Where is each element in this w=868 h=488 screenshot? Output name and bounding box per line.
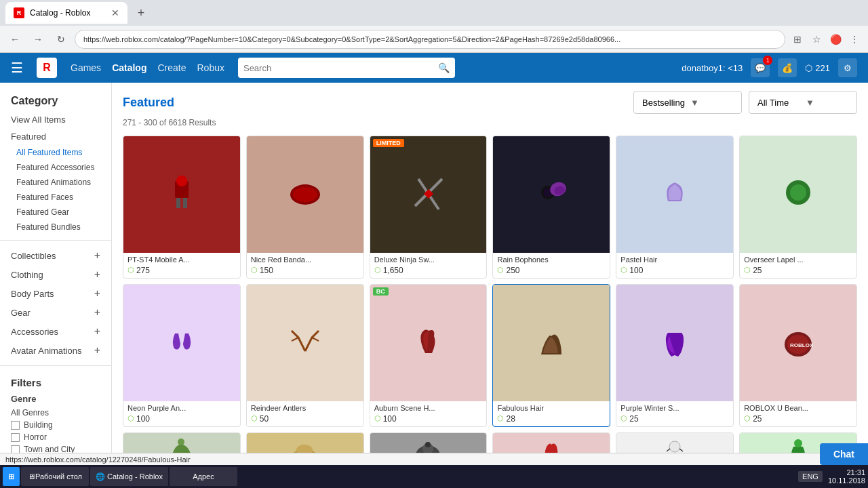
svg-line-25 <box>667 449 670 451</box>
status-url: https://web.roblox.com/catalog/12270248/… <box>5 455 191 464</box>
item-card-pt-st4[interactable]: PT-ST4 Mobile A... ⬡ 275 <box>123 136 241 279</box>
item-card-ninja[interactable]: LIMITED Deluxe Ninja Sw... ⬡ 1,650 <box>370 136 488 279</box>
search-icon[interactable]: 🔍 <box>438 62 450 73</box>
gear-link[interactable]: Gear + <box>0 303 111 322</box>
avatar-animations-link[interactable]: Avatar Animations + <box>0 341 111 360</box>
item-card-rain[interactable]: Rain Bophones ⬡ 250 <box>492 136 610 279</box>
bc-badge: BC <box>373 287 389 296</box>
forward-button[interactable]: → <box>28 30 47 49</box>
collectibles-link[interactable]: Collectibles + <box>0 246 111 265</box>
building-checkbox[interactable] <box>11 421 20 430</box>
robux-symbol-10: ⬡ <box>497 414 504 423</box>
featured-accessories-link[interactable]: Featured Accessories <box>0 160 111 175</box>
extensions-icon[interactable]: ⊞ <box>789 31 806 47</box>
sidebar-divider-1 <box>0 240 111 241</box>
nav-links: Games Catalog Create Robux <box>71 62 224 73</box>
back-button[interactable]: ← <box>5 30 24 49</box>
all-featured-items-link[interactable]: All Featured Items <box>0 145 111 160</box>
time-dropdown[interactable]: All Time ▼ <box>749 91 857 114</box>
price-value-4: 250 <box>506 266 519 275</box>
sort-arrow-icon: ▼ <box>690 98 733 108</box>
browser-tab[interactable]: R Catalog - Roblox ✕ <box>5 2 127 24</box>
price-value-9: 100 <box>383 414 397 424</box>
featured-bundles-link[interactable]: Featured Bundles <box>0 220 111 235</box>
svg-point-14 <box>790 184 806 201</box>
collectibles-plus-icon: + <box>94 249 100 262</box>
settings-icon[interactable]: ⚙ <box>838 58 857 77</box>
accessories-link[interactable]: Accessories + <box>0 322 111 341</box>
address-bar[interactable]: https://web.roblox.com/catalog/?PageNumb… <box>75 30 785 49</box>
item-info-bando: Nice Red Banda... ⬡ 150 <box>247 253 363 278</box>
view-all-link[interactable]: View All Items <box>0 111 111 128</box>
notification-badge: 1 <box>763 56 772 65</box>
tab-favicon: R <box>14 7 24 18</box>
item-card-bando[interactable]: Nice Red Banda... ⬡ 150 <box>246 136 364 279</box>
item-name-roblox-beanie: ROBLOX U Bean... <box>744 404 852 412</box>
item-card-pastel[interactable]: Pastel Hair ⬡ 100 <box>616 136 734 279</box>
item-card-purple-winter[interactable]: Purple Winter S... ⬡ 25 <box>616 284 734 427</box>
featured-link[interactable]: Featured <box>0 128 111 145</box>
svg-rect-1 <box>176 198 180 208</box>
catalog-header: Featured Bestselling ▼ All Time ▼ <box>123 91 857 114</box>
price-value-10: 28 <box>506 414 515 424</box>
clothing-link[interactable]: Clothing + <box>0 265 111 284</box>
sort-dropdown[interactable]: Bestselling ▼ <box>633 91 742 114</box>
refresh-button[interactable]: ↻ <box>52 30 71 49</box>
body-parts-link[interactable]: Body Parts + <box>0 284 111 303</box>
item-card-overseer[interactable]: Overseer Lapel ... ⬡ 25 <box>739 136 857 279</box>
featured-animations-link[interactable]: Featured Animations <box>0 175 111 190</box>
robux-icon-btn[interactable]: 💰 <box>778 58 797 77</box>
nav-games[interactable]: Games <box>71 62 101 73</box>
menu-icon[interactable]: ⋮ <box>846 31 863 47</box>
nav-catalog[interactable]: Catalog <box>112 62 146 73</box>
item-info-purple-winter: Purple Winter S... ⬡ 25 <box>616 401 733 426</box>
item-img-roblox-beanie: ROBLOX <box>740 285 856 401</box>
fabulous-image <box>531 324 572 361</box>
roblox-logo[interactable]: R <box>37 58 57 78</box>
star-icon[interactable]: ☆ <box>808 31 825 47</box>
item-card-reindeer[interactable]: Reindeer Antlers ⬡ 50 <box>246 284 364 427</box>
nav-robux[interactable]: Robux <box>197 62 224 73</box>
item-info-pastel: Pastel Hair ⬡ 100 <box>616 253 733 278</box>
all-genres-label: All Genres <box>11 408 49 418</box>
robux-symbol-11: ⬡ <box>620 414 627 423</box>
svg-point-3 <box>176 176 187 186</box>
featured-gear-link[interactable]: Featured Gear <box>0 205 111 220</box>
item-card-fabulous[interactable]: Fabulous Hair ⬡ 28 <box>492 284 610 427</box>
taskbar-desktop[interactable]: 🖥 Рабочий стол <box>21 467 89 486</box>
chat-nav-icon[interactable]: 💬 1 <box>751 58 770 77</box>
status-bar: https://web.roblox.com/catalog/12270248/… <box>0 453 868 465</box>
horror-checkbox[interactable] <box>11 433 20 442</box>
item-card-neon[interactable]: Neon Purple An... ⬡ 100 <box>123 284 241 427</box>
pt-st4-image <box>161 174 202 215</box>
all-genres-item[interactable]: All Genres <box>11 408 100 418</box>
start-button[interactable]: ⊞ <box>3 467 20 486</box>
rain-image <box>531 176 572 213</box>
price-value-1: 275 <box>136 266 150 275</box>
taskbar-browser[interactable]: 🌐 Catalog - Roblox <box>90 467 168 486</box>
browser-chrome: R Catalog - Roblox ✕ + <box>0 0 868 26</box>
taskbar-address[interactable]: Адрес <box>170 467 237 486</box>
svg-rect-2 <box>183 198 187 208</box>
items-grid-row1: PT-ST4 Mobile A... ⬡ 275 Nice Red Banda <box>123 136 857 279</box>
nav-create[interactable]: Create <box>157 62 186 73</box>
new-tab-button[interactable]: + <box>132 3 151 22</box>
main-content: Category View All Items Featured All Fea… <box>0 83 868 488</box>
body-parts-label: Body Parts <box>11 289 54 299</box>
featured-faces-link[interactable]: Featured Faces <box>0 190 111 205</box>
chat-button[interactable]: Chat <box>820 443 868 465</box>
roblox-ext-icon[interactable]: 🔴 <box>827 31 844 47</box>
item-card-auburn[interactable]: BC Auburn Scene H... ⬡ 100 <box>370 284 488 427</box>
item-card-roblox-beanie[interactable]: ROBLOX ROBLOX U Bean... ⬡ 25 <box>739 284 857 427</box>
item-img-neon <box>123 285 240 401</box>
item-info-ninja: Deluxe Ninja Sw... ⬡ 1,650 <box>370 253 487 278</box>
item-img-fabulous <box>493 285 610 401</box>
search-bar[interactable]: 🔍 <box>238 58 455 78</box>
search-input[interactable] <box>243 63 434 73</box>
robux-display: ⬡ 221 <box>805 63 830 73</box>
horror-filter[interactable]: Horror <box>11 432 100 442</box>
taskbar-date: 10.11.2018 <box>828 476 865 485</box>
tab-close-button[interactable]: ✕ <box>111 7 119 18</box>
building-filter[interactable]: Building <box>11 420 100 430</box>
hamburger-icon[interactable]: ☰ <box>11 60 23 76</box>
